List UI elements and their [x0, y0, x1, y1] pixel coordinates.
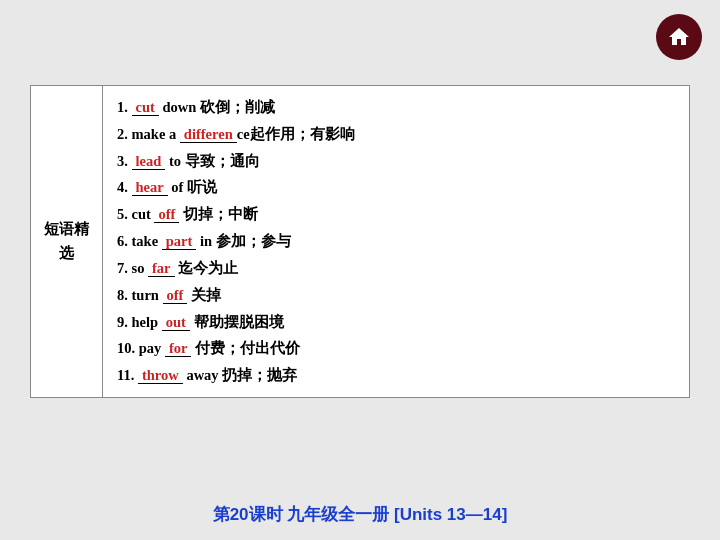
phrase-line-10: 10. pay for 付费；付出代价 [117, 335, 675, 362]
fill-5: off [154, 206, 179, 223]
phrase-num: 4. [117, 179, 132, 195]
fill-11: throw [138, 367, 183, 384]
phrases-list: 1. cut down 砍倒；削减 2. make a difference起作… [103, 86, 689, 397]
fill-2: differen [180, 126, 237, 143]
phrase-num: 3. [117, 153, 132, 169]
phrases-table: 短语精 选 1. cut down 砍倒；削减 2. make a differ… [30, 85, 690, 398]
phrase-line-4: 4. hear of 听说 [117, 174, 675, 201]
fill-10: for [165, 340, 192, 357]
home-icon [667, 25, 691, 49]
phrase-line-1: 1. cut down 砍倒；削减 [117, 94, 675, 121]
phrase-line-2: 2. make a difference起作用；有影响 [117, 121, 675, 148]
fill-7: far [148, 260, 175, 277]
phrase-line-6: 6. take part in 参加；参与 [117, 228, 675, 255]
phrase-line-5: 5. cut off 切掉；中断 [117, 201, 675, 228]
phrase-num: 8. [117, 287, 132, 303]
fill-3: lead [132, 153, 166, 170]
phrase-num: 6. [117, 233, 132, 249]
fill-1: cut [132, 99, 159, 116]
fill-9: out [162, 314, 190, 331]
phrase-num: 2. [117, 126, 132, 142]
phrase-line-8: 8. turn off 关掉 [117, 282, 675, 309]
phrase-num: 5. [117, 206, 132, 222]
home-button[interactable] [656, 14, 702, 60]
fill-6: part [162, 233, 197, 250]
phrase-line-11: 11. throw away 扔掉；抛弃 [117, 362, 675, 389]
phrase-line-9: 9. help out 帮助摆脱困境 [117, 309, 675, 336]
fill-4: hear [132, 179, 168, 196]
fill-8: off [163, 287, 188, 304]
footer-label: 第20课时 九年级全一册 [Units 13—14] [0, 503, 720, 526]
phrase-num: 9. [117, 314, 132, 330]
section-label: 短语精 选 [31, 86, 103, 397]
phrase-num: 10. [117, 340, 139, 356]
phrase-num: 7. [117, 260, 132, 276]
phrase-line-7: 7. so far 迄今为止 [117, 255, 675, 282]
phrase-num: 11. [117, 367, 138, 383]
phrase-num: 1. [117, 99, 132, 115]
phrase-line-3: 3. lead to 导致；通向 [117, 148, 675, 175]
